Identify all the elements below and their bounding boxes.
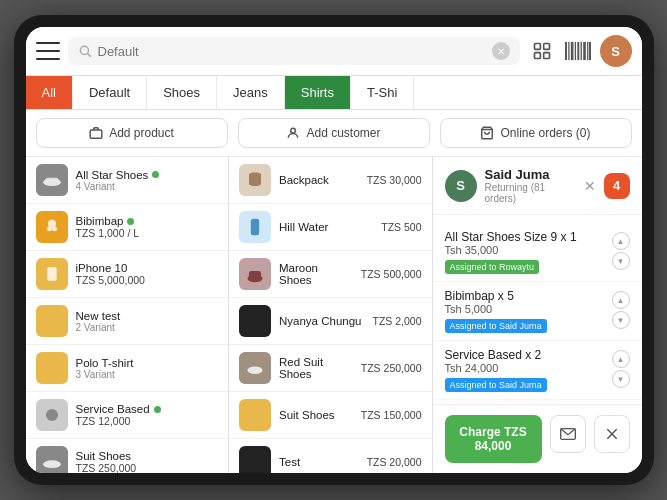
list-item[interactable]: Maroon Shoes TZS 500,000: [229, 251, 432, 298]
product-thumbnail: [36, 258, 68, 290]
order-item[interactable]: Service Based x 2 Tsh 24,000 Assigned to…: [433, 341, 642, 400]
hamburger-icon[interactable]: [36, 42, 60, 60]
list-item[interactable]: Polo T-shirt 3 Variant: [26, 345, 229, 392]
product-info: All Star Shoes 4 Variant: [76, 169, 219, 192]
list-item[interactable]: Hill Water TZS 500: [229, 204, 432, 251]
list-item[interactable]: Nyanya Chungu TZS 2,000: [229, 298, 432, 345]
product-variant: 3 Variant: [76, 369, 219, 380]
list-item[interactable]: All Star Shoes 4 Variant: [26, 157, 229, 204]
nav-up[interactable]: ▲: [612, 350, 630, 368]
customer-header: S Said Juma Returning (81 orders) ✕ 4: [433, 157, 642, 215]
product-name: Bibimbap: [76, 215, 219, 227]
svg-rect-11: [580, 42, 581, 60]
barcode-icon[interactable]: [564, 37, 592, 65]
order-item[interactable]: Bibimbap x 5 Tsh 5,000 Assigned to Said …: [433, 282, 642, 341]
search-input[interactable]: [98, 44, 486, 59]
user-avatar[interactable]: S: [600, 35, 632, 67]
product-thumbnail: [36, 164, 68, 196]
product-name: Hill Water: [279, 221, 373, 233]
header-icons: S: [528, 35, 632, 67]
list-item[interactable]: iPhone 10 TZS 5,000,000: [26, 251, 229, 298]
online-orders-button[interactable]: Online orders (0): [440, 118, 632, 148]
product-info: Suit Shoes: [279, 409, 353, 421]
email-icon: [560, 427, 576, 441]
order-item-price: Tsh 35,000: [445, 244, 612, 256]
svg-point-20: [47, 226, 52, 231]
svg-rect-2: [534, 44, 540, 50]
product-name: Suit Shoes: [279, 409, 353, 421]
online-orders-label: Online orders (0): [500, 126, 590, 140]
svg-rect-23: [49, 270, 54, 274]
charge-button[interactable]: Charge TZS 84,000: [445, 415, 542, 463]
close-customer-button[interactable]: ✕: [584, 178, 596, 194]
search-clear-button[interactable]: ✕: [492, 42, 510, 60]
product-col-left: All Star Shoes 4 Variant Bibimbap: [26, 157, 230, 473]
order-item-badge: Assigned to Said Juma: [445, 378, 547, 392]
order-item-badge: Assigned to Rowaytu: [445, 260, 540, 274]
product-thumbnail: [36, 399, 68, 431]
email-button[interactable]: [550, 415, 586, 453]
svg-rect-14: [589, 42, 591, 60]
add-customer-label: Add customer: [306, 126, 380, 140]
tab-jeans[interactable]: Jeans: [217, 76, 285, 109]
add-product-label: Add product: [109, 126, 174, 140]
svg-rect-8: [570, 42, 573, 60]
grid-view-icon[interactable]: [528, 37, 556, 65]
nav-down[interactable]: ▼: [612, 311, 630, 329]
order-item[interactable]: All Star Shoes Size 9 x 1 Tsh 35,000 Ass…: [433, 223, 642, 282]
order-item-info: Service Based x 2 Tsh 24,000 Assigned to…: [445, 348, 612, 392]
cancel-order-button[interactable]: [594, 415, 630, 453]
list-item[interactable]: Suit Shoes TZS 150,000: [229, 392, 432, 439]
product-info: Backpack: [279, 174, 359, 186]
product-info: Hill Water: [279, 221, 373, 233]
product-name: iPhone 10: [76, 262, 219, 274]
nav-down[interactable]: ▼: [612, 370, 630, 388]
header: ✕ S: [26, 27, 642, 76]
add-customer-button[interactable]: Add customer: [238, 118, 430, 148]
svg-rect-12: [583, 42, 586, 60]
product-price: TZS 500: [381, 221, 421, 233]
product-price: TZS 20,000: [367, 456, 422, 468]
product-price: TZS 500,000: [361, 268, 422, 280]
svg-rect-10: [577, 42, 579, 60]
tab-default[interactable]: Default: [73, 76, 147, 109]
order-item-name: All Star Shoes Size 9 x 1: [445, 230, 612, 244]
svg-rect-4: [534, 53, 540, 59]
tab-shirts[interactable]: Shirts: [285, 76, 351, 109]
list-item[interactable]: Bibimbap TZS 1,000 / L: [26, 204, 229, 251]
tab-tshirt[interactable]: T-Shi: [351, 76, 414, 109]
product-thumbnail: [36, 211, 68, 243]
product-info: Nyanya Chungu: [279, 315, 364, 327]
add-product-button[interactable]: Add product: [36, 118, 228, 148]
svg-point-24: [46, 409, 58, 421]
nav-down[interactable]: ▼: [612, 252, 630, 270]
cart-badge[interactable]: 4: [604, 173, 630, 199]
product-info: Maroon Shoes: [279, 262, 353, 286]
add-customer-icon: [286, 126, 300, 140]
active-dot: [152, 171, 159, 178]
rp-footer: Charge TZS 84,000: [433, 404, 642, 473]
product-thumbnail: [36, 305, 68, 337]
order-nav: ▲ ▼: [612, 230, 630, 270]
svg-rect-18: [45, 178, 58, 184]
product-col-right: Backpack TZS 30,000 Hill Water TZS 500: [229, 157, 432, 473]
order-item-name: Bibimbap x 5: [445, 289, 612, 303]
product-price: TZS 30,000: [367, 174, 422, 186]
list-item[interactable]: Red Suit Shoes TZS 250,000: [229, 345, 432, 392]
svg-rect-7: [568, 42, 569, 60]
product-thumbnail: [239, 164, 271, 196]
list-item[interactable]: Test TZS 20,000: [229, 439, 432, 473]
list-item[interactable]: New test 2 Variant: [26, 298, 229, 345]
product-price: TZS 12,000: [76, 415, 219, 427]
product-thumbnail: [239, 446, 271, 473]
list-item[interactable]: Service Based TZS 12,000: [26, 392, 229, 439]
tab-shoes[interactable]: Shoes: [147, 76, 217, 109]
svg-point-29: [248, 367, 263, 375]
nav-up[interactable]: ▲: [612, 232, 630, 250]
list-item[interactable]: Suit Shoes TZS 250,000: [26, 439, 229, 473]
tab-all[interactable]: All: [26, 76, 73, 109]
customer-avatar: S: [445, 170, 477, 202]
list-item[interactable]: Backpack TZS 30,000: [229, 157, 432, 204]
nav-up[interactable]: ▲: [612, 291, 630, 309]
product-name: Suit Shoes: [76, 450, 219, 462]
